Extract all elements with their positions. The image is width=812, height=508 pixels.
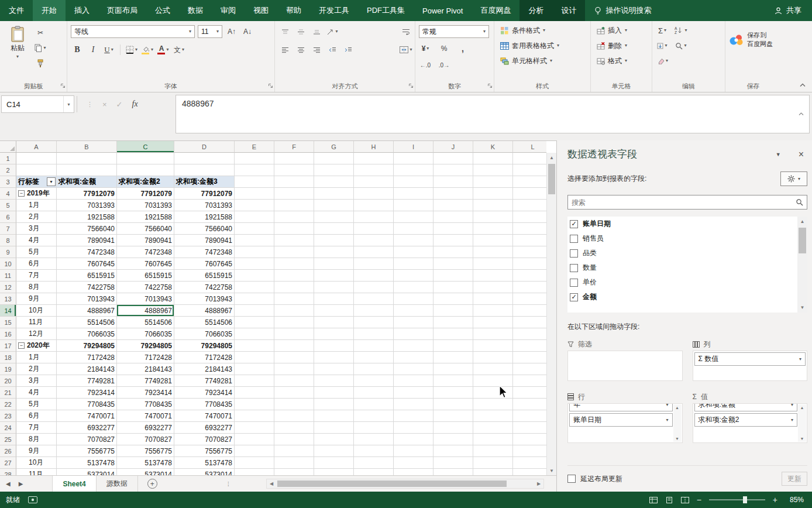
ribbon-tab-baidu-netdisk[interactable]: 百度网盘 bbox=[472, 0, 519, 21]
cell-F20[interactable] bbox=[274, 375, 314, 387]
cell-K8[interactable] bbox=[473, 235, 513, 246]
cell-J19[interactable] bbox=[433, 363, 473, 375]
cell-D12[interactable]: 7422758 bbox=[174, 282, 235, 293]
row-header-20[interactable]: 20 bbox=[0, 375, 16, 387]
cell-J9[interactable] bbox=[433, 246, 473, 258]
vertical-scrollbar[interactable]: ▲ ▼ bbox=[546, 153, 556, 476]
cell-I11[interactable] bbox=[394, 270, 433, 282]
ribbon-tab-file[interactable]: 文件 bbox=[0, 0, 33, 21]
cell-C18[interactable]: 7172428 bbox=[117, 352, 174, 363]
phonetic-guide-button[interactable]: 文▾ bbox=[173, 43, 185, 56]
cell-A19[interactable]: 2月 bbox=[16, 363, 57, 375]
underline-button[interactable]: U▾ bbox=[102, 43, 115, 56]
column-header-G[interactable]: G bbox=[314, 141, 354, 153]
cell-H13[interactable] bbox=[354, 293, 394, 305]
save-to-baidu-button[interactable]: 保存到 百度网盘 bbox=[729, 23, 779, 49]
zoom-slider-thumb[interactable] bbox=[743, 496, 747, 503]
cell-F3[interactable] bbox=[274, 176, 314, 188]
font-dialog-launcher[interactable] bbox=[268, 82, 273, 90]
wrap-text-button[interactable] bbox=[400, 25, 412, 38]
cell-A4[interactable]: −2019年 bbox=[16, 188, 57, 200]
cell-E12[interactable] bbox=[235, 282, 274, 293]
clipboard-dialog-launcher[interactable] bbox=[60, 82, 66, 90]
cell-A22[interactable]: 5月 bbox=[16, 399, 57, 410]
cell-G11[interactable] bbox=[314, 270, 354, 282]
cell-G26[interactable] bbox=[314, 445, 354, 457]
field-checkbox-salesperson[interactable] bbox=[570, 235, 578, 243]
comma-style-button[interactable]: , bbox=[456, 42, 469, 55]
cell-C12[interactable]: 7422758 bbox=[117, 282, 174, 293]
cell-F23[interactable] bbox=[274, 410, 314, 422]
cell-B12[interactable]: 7422758 bbox=[57, 282, 117, 293]
cell-B24[interactable]: 6932277 bbox=[57, 422, 117, 434]
format-cells-button[interactable]: 格式 ▾ bbox=[594, 53, 649, 68]
cell-A9[interactable]: 5月 bbox=[16, 246, 57, 258]
ribbon-tab-review[interactable]: 审阅 bbox=[212, 0, 245, 21]
cell-A20[interactable]: 3月 bbox=[16, 375, 57, 387]
prev-sheet-icon[interactable]: ◀ bbox=[6, 480, 11, 487]
row-header-2[interactable]: 2 bbox=[0, 164, 16, 176]
cell-A15[interactable]: 11月 bbox=[16, 317, 57, 328]
cell-G15[interactable] bbox=[314, 317, 354, 328]
cell-B9[interactable]: 7472348 bbox=[57, 246, 117, 258]
cell-C22[interactable]: 7708435 bbox=[117, 399, 174, 410]
cell-H27[interactable] bbox=[354, 457, 394, 469]
cell-J16[interactable] bbox=[433, 328, 473, 340]
cell-J24[interactable] bbox=[433, 422, 473, 434]
cell-C9[interactable]: 7472348 bbox=[117, 246, 174, 258]
cell-B20[interactable]: 7749281 bbox=[57, 375, 117, 387]
cell-H9[interactable] bbox=[354, 246, 394, 258]
cell-D1[interactable] bbox=[174, 153, 235, 164]
cell-J15[interactable] bbox=[433, 317, 473, 328]
collapse-ribbon-icon[interactable] bbox=[799, 81, 806, 89]
cell-I21[interactable] bbox=[394, 387, 433, 399]
cut-button[interactable]: ✂ bbox=[34, 26, 47, 39]
collapse-year-button[interactable]: − bbox=[18, 342, 25, 349]
cell-K7[interactable] bbox=[473, 223, 513, 235]
cell-C16[interactable]: 7066035 bbox=[117, 328, 174, 340]
cell-F2[interactable] bbox=[274, 164, 314, 176]
page-break-view-button[interactable] bbox=[681, 497, 689, 503]
cell-E23[interactable] bbox=[235, 410, 274, 422]
ribbon-tab-pivot-analyze[interactable]: 分析 bbox=[519, 0, 552, 21]
cell-F21[interactable] bbox=[274, 387, 314, 399]
cell-D15[interactable]: 5514506 bbox=[174, 317, 235, 328]
cell-F12[interactable] bbox=[274, 282, 314, 293]
cell-B4[interactable]: 77912079 bbox=[57, 188, 117, 200]
scroll-up-icon[interactable]: ▲ bbox=[675, 404, 679, 411]
cell-D24[interactable]: 6932277 bbox=[174, 422, 235, 434]
cell-H17[interactable] bbox=[354, 340, 394, 352]
cell-G16[interactable] bbox=[314, 328, 354, 340]
enter-icon[interactable]: ✓ bbox=[116, 100, 123, 109]
cell-C3[interactable]: 求和项:金额2 bbox=[117, 176, 174, 188]
cell-E11[interactable] bbox=[235, 270, 274, 282]
cell-L18[interactable] bbox=[513, 352, 546, 363]
cell-I23[interactable] bbox=[394, 410, 433, 422]
cell-G25[interactable] bbox=[314, 434, 354, 445]
cell-J17[interactable] bbox=[433, 340, 473, 352]
scroll-down-icon[interactable]: ▼ bbox=[800, 435, 804, 442]
cell-I12[interactable] bbox=[394, 282, 433, 293]
cell-A3[interactable]: 行标签▼ bbox=[16, 176, 57, 188]
tools-button[interactable]: ▾ bbox=[780, 171, 807, 186]
cell-I22[interactable] bbox=[394, 399, 433, 410]
align-bottom-button[interactable] bbox=[310, 25, 323, 38]
align-right-button[interactable] bbox=[310, 43, 323, 56]
sheet-tab-source-data[interactable]: 源数据 bbox=[97, 476, 138, 492]
cell-K6[interactable] bbox=[473, 211, 513, 223]
cell-F8[interactable] bbox=[274, 235, 314, 246]
cell-L5[interactable] bbox=[513, 200, 546, 211]
field-checkbox-amount[interactable]: ✓ bbox=[570, 293, 578, 301]
align-center-button[interactable] bbox=[294, 43, 307, 56]
cell-K3[interactable] bbox=[473, 176, 513, 188]
column-header-C[interactable]: C bbox=[117, 141, 174, 153]
cell-D27[interactable]: 5137478 bbox=[174, 457, 235, 469]
decrease-decimal-button[interactable]: .0→ bbox=[438, 59, 450, 71]
cell-G10[interactable] bbox=[314, 258, 354, 270]
formula-bar-collapse-icon[interactable] bbox=[798, 108, 804, 118]
insert-cells-button[interactable]: 插入 ▾ bbox=[594, 23, 649, 38]
cell-F18[interactable] bbox=[274, 352, 314, 363]
cell-H3[interactable] bbox=[354, 176, 394, 188]
cell-F10[interactable] bbox=[274, 258, 314, 270]
cell-D20[interactable]: 7749281 bbox=[174, 375, 235, 387]
